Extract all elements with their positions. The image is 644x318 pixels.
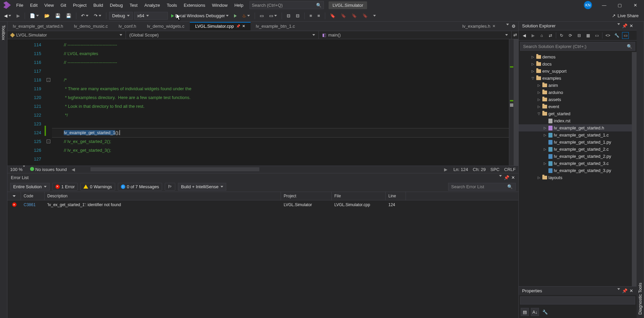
tree-twisty[interactable]: ▷: [537, 176, 541, 179]
bookmark-prev-button[interactable]: 🔖: [339, 12, 348, 20]
props-alpha-button[interactable]: A↓: [531, 308, 539, 316]
se-collapse-button[interactable]: ⊟: [576, 32, 583, 39]
bookmark-clear-button[interactable]: 🔖: [360, 12, 370, 20]
code-body[interactable]: // ---------------------------------- //…: [52, 39, 509, 166]
errors-filter-button[interactable]: ✕1 Error: [52, 183, 78, 191]
outdent-button[interactable]: ≡: [307, 12, 314, 20]
panel-dropdown-button[interactable]: [499, 175, 502, 177]
menu-view[interactable]: View: [41, 1, 57, 10]
tree-item[interactable]: lv_example_get_started_2.py: [519, 153, 632, 160]
col-line-header[interactable]: Line: [386, 192, 406, 200]
tb-btn-2[interactable]: ▭: [267, 12, 279, 20]
zoom-combo[interactable]: 100 %: [10, 167, 25, 172]
se-fwd-button[interactable]: ▶: [530, 32, 536, 39]
tb-btn-1[interactable]: ▭: [258, 12, 266, 20]
start-nodebug-button[interactable]: [232, 13, 239, 19]
col-status[interactable]: Ch: 29: [473, 167, 486, 172]
tab-settings-button[interactable]: ⚙: [512, 24, 516, 29]
hscroll-right[interactable]: ▶: [444, 167, 449, 172]
menu-project[interactable]: Project: [70, 1, 90, 10]
editor-tab[interactable]: lv_examples.h✕: [457, 22, 501, 30]
se-preview-button[interactable]: ▭: [622, 32, 629, 39]
nav-func-combo[interactable]: ◧main(): [319, 31, 512, 39]
props-category-button[interactable]: ▤: [521, 308, 529, 316]
tree-item[interactable]: index.rst: [519, 117, 632, 124]
se-properties-button[interactable]: 🔧: [613, 32, 620, 39]
tree-item[interactable]: ▷lv_example_get_started.h: [519, 124, 632, 131]
fold-toggle[interactable]: −: [47, 140, 50, 143]
overview-ruler[interactable]: [509, 39, 514, 166]
tab-dropdown-button[interactable]: [506, 24, 509, 25]
props-close-button[interactable]: ✕: [629, 288, 633, 293]
menu-file[interactable]: File: [13, 1, 27, 10]
tree-item[interactable]: ▷env_support: [519, 68, 632, 75]
tree-twisty[interactable]: ▽: [531, 76, 535, 80]
col-file-header[interactable]: File: [332, 192, 386, 200]
fold-toggle[interactable]: −: [47, 78, 50, 82]
tab-close-button[interactable]: ✕: [242, 24, 245, 28]
properties-combo[interactable]: [520, 296, 635, 304]
editor-tab[interactable]: lv_conf.h: [113, 22, 141, 30]
tree-twisty[interactable]: ▷: [537, 91, 541, 94]
error-table[interactable]: ⏷ Code Description Project File Line ✕ C…: [7, 192, 518, 318]
se-scrollbar[interactable]: [632, 52, 637, 286]
tree-twisty[interactable]: ▷: [543, 162, 547, 165]
props-pin-button[interactable]: 📌: [622, 288, 627, 293]
config-combo[interactable]: Debug: [109, 12, 133, 20]
maximize-button[interactable]: ▢: [612, 0, 627, 10]
global-search-input[interactable]: Search (Ctrl+Q) 🔍: [250, 1, 324, 9]
tree-twisty[interactable]: ▷: [531, 62, 535, 66]
editor-tab[interactable]: lv_example_get_started.h: [7, 22, 69, 30]
tree-item[interactable]: ▽get_started: [519, 110, 632, 117]
tb-btn-4[interactable]: ⊟: [294, 12, 302, 20]
issues-status[interactable]: No issues found: [30, 167, 67, 172]
new-item-button[interactable]: 📄: [28, 12, 41, 20]
hscroll-left[interactable]: ◀: [72, 167, 76, 172]
tree-twisty[interactable]: ▷: [543, 133, 547, 137]
editor-tab[interactable]: lv_example_btn_1.c: [251, 22, 301, 30]
se-refresh-button[interactable]: ⟳: [567, 32, 574, 39]
col-code-header[interactable]: Code: [21, 192, 45, 200]
code-editor[interactable]: 1141151161171181191201211221231241251261…: [7, 39, 518, 166]
se-switch-button[interactable]: ⇄: [547, 32, 554, 39]
editor-tab[interactable]: lv_demo_music.c: [69, 22, 113, 30]
messages-filter-button[interactable]: i0 of 7 Messages: [118, 183, 162, 191]
fold-column[interactable]: −−−: [46, 39, 52, 166]
horizontal-scrollbar[interactable]: [84, 167, 437, 172]
tree-twisty[interactable]: ▷: [531, 69, 535, 73]
props-dropdown-button[interactable]: [617, 288, 620, 290]
tree-item[interactable]: ▷arduino: [519, 89, 632, 96]
se-close-button[interactable]: ✕: [629, 23, 633, 28]
vertical-scrollbar[interactable]: [514, 39, 518, 166]
redo-button[interactable]: ↷: [92, 12, 103, 20]
build-intellisense-combo[interactable]: Build + IntelliSense: [178, 183, 226, 191]
minimize-button[interactable]: —: [597, 0, 612, 10]
tree-item[interactable]: ▽examples: [519, 75, 632, 82]
save-all-button[interactable]: 💾: [64, 12, 73, 20]
se-back-button[interactable]: ◀: [521, 32, 527, 39]
close-button[interactable]: ✕: [628, 0, 643, 10]
se-home-button[interactable]: ⌂: [538, 32, 545, 39]
se-dropdown-button[interactable]: [617, 23, 620, 25]
nav-fwd-button[interactable]: ▶: [15, 12, 22, 20]
tree-item[interactable]: ▷event: [519, 103, 632, 110]
hot-reload-button[interactable]: ♨: [240, 12, 252, 20]
solution-tree[interactable]: ▷demos▷docs▷env_support▽examples▷anim▷ar…: [519, 52, 632, 286]
bookmark-button[interactable]: 🔖: [328, 12, 337, 20]
editor-tab[interactable]: LVGL.Simulator.cpp📌✕: [190, 22, 251, 30]
diagnostic-tools-tab[interactable]: Diagnostic Tools: [637, 22, 644, 318]
se-sync-button[interactable]: ↻: [558, 32, 565, 39]
tree-item[interactable]: lv_example_get_started_3.py: [519, 167, 632, 174]
tree-item[interactable]: lv_example_get_started_1.py: [519, 139, 632, 146]
panel-pin-button[interactable]: 📌: [504, 175, 509, 180]
tree-twisty[interactable]: ▷: [543, 126, 547, 130]
user-avatar[interactable]: KN: [584, 1, 592, 9]
tree-item[interactable]: ▷layouts: [519, 174, 632, 181]
bookmark-next-button[interactable]: 🔖: [350, 12, 359, 20]
menu-debug[interactable]: Debug: [106, 1, 126, 10]
start-debug-button[interactable]: Local Windows Debugger: [169, 12, 231, 20]
tree-item[interactable]: ▷docs: [519, 60, 632, 68]
nav-back-button[interactable]: ◀: [2, 12, 13, 20]
menu-edit[interactable]: Edit: [27, 1, 41, 10]
tree-item[interactable]: ▷lv_example_get_started_3.c: [519, 160, 632, 167]
